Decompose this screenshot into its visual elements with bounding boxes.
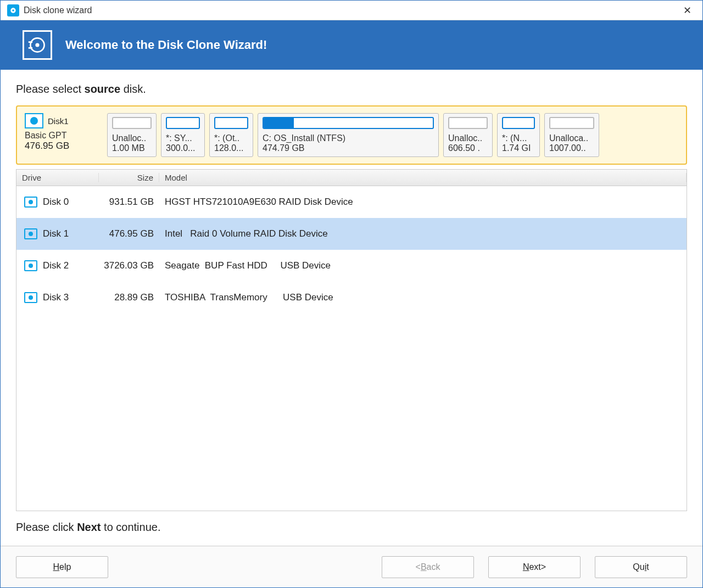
cell-size: 28.89 GB: [99, 292, 159, 303]
partition-1[interactable]: *: SY...300.0...: [161, 113, 205, 157]
partition-bar: [112, 117, 152, 129]
cell-drive: Disk 1: [41, 228, 99, 239]
table-row[interactable]: Disk 328.89 GBTOSHIBA TransMemory USB De…: [16, 282, 687, 313]
disk-wizard-icon: [23, 30, 52, 60]
table-body: Disk 0931.51 GBHGST HTS721010A9E630 RAID…: [16, 186, 687, 511]
titlebar: Disk clone wizard ✕: [1, 1, 702, 20]
cell-drive: Disk 0: [41, 197, 99, 208]
col-drive[interactable]: Drive: [16, 173, 99, 182]
footer-hint: Please click Next to continue.: [16, 511, 687, 546]
partitions-container: Unalloc..1.00 MB*: SY...300.0...*: (Ot..…: [107, 113, 678, 157]
partition-label: Unalloc..: [112, 133, 152, 143]
instruction-bold: source: [85, 83, 121, 95]
partition-3[interactable]: C: OS_Install (NTFS)474.79 GB: [258, 113, 439, 157]
partition-4[interactable]: Unalloc..606.50 .: [443, 113, 493, 157]
instruction-text: Please select source disk.: [16, 83, 687, 96]
cell-drive: Disk 2: [41, 260, 99, 271]
hint-prefix: Please click: [16, 521, 77, 533]
app-window: Disk clone wizard ✕ Welcome to the Disk …: [0, 0, 703, 588]
cell-model: Intel Raid 0 Volume RAID Disk Device: [159, 228, 682, 239]
svg-point-3: [35, 43, 39, 47]
help-button[interactable]: Help: [16, 556, 108, 578]
partition-size: 128.0...: [214, 143, 248, 153]
partition-0[interactable]: Unalloc..1.00 MB: [107, 113, 157, 157]
disk-info-head: Disk1: [25, 113, 98, 128]
partition-size: 606.50 .: [448, 143, 488, 153]
cell-size: 476.95 GB: [99, 228, 159, 239]
app-icon: [7, 4, 19, 16]
disk-icon: [25, 113, 43, 128]
partition-bar: [549, 117, 594, 129]
back-button[interactable]: <Back: [382, 556, 474, 578]
svg-point-1: [12, 9, 14, 12]
partition-bar: [263, 117, 434, 129]
cell-size: 3726.03 GB: [99, 260, 159, 271]
cell-drive: Disk 3: [41, 292, 99, 303]
table-row[interactable]: Disk 23726.03 GBSeagate BUP Fast HDD USB…: [16, 250, 687, 282]
hint-bold: Next: [77, 521, 101, 533]
partition-label: C: OS_Install (NTFS): [263, 133, 434, 143]
disk-table: Drive Size Model Disk 0931.51 GBHGST HTS…: [16, 169, 687, 511]
button-bar: Help <Back Next> Quit: [1, 546, 702, 587]
cell-model: TOSHIBA TransMemory USB Device: [159, 292, 682, 303]
table-row[interactable]: Disk 0931.51 GBHGST HTS721010A9E630 RAID…: [16, 186, 687, 218]
banner-title: Welcome to the Disk Clone Wizard!: [65, 38, 267, 52]
instruction-prefix: Please select: [16, 83, 85, 95]
partition-size: 474.79 GB: [263, 143, 434, 153]
disk-name: Disk1: [48, 116, 69, 126]
disk-type: Basic GPT: [25, 131, 98, 141]
cell-model: Seagate BUP Fast HDD USB Device: [159, 260, 682, 271]
partition-bar: [448, 117, 488, 129]
table-row[interactable]: Disk 1476.95 GBIntel Raid 0 Volume RAID …: [16, 218, 687, 250]
disk-total-size: 476.95 GB: [25, 141, 98, 152]
disk-layout-panel: Disk1 Basic GPT 476.95 GB Unalloc..1.00 …: [16, 105, 687, 165]
partition-size: 1.00 MB: [112, 143, 152, 153]
disk-row-icon: [21, 260, 41, 271]
col-model[interactable]: Model: [159, 173, 687, 182]
partition-2[interactable]: *: (Ot..128.0...: [209, 113, 253, 157]
titlebar-left: Disk clone wizard: [7, 4, 92, 16]
cell-model: HGST HTS721010A9E630 RAID Disk Device: [159, 197, 682, 208]
partition-label: *: (Ot..: [214, 133, 248, 143]
disk-info: Disk1 Basic GPT 476.95 GB: [25, 113, 102, 157]
quit-button[interactable]: Quit: [595, 556, 687, 578]
partition-size: 1.74 GI: [502, 143, 535, 153]
next-button[interactable]: Next>: [488, 556, 581, 578]
instruction-suffix: disk.: [120, 83, 146, 95]
partition-label: *: SY...: [166, 133, 200, 143]
disk-row-icon: [21, 292, 41, 303]
content-area: Please select source disk. Disk1 Basic G…: [1, 70, 702, 546]
hint-suffix: to continue.: [101, 521, 161, 533]
close-button[interactable]: ✕: [679, 3, 696, 18]
window-title: Disk clone wizard: [24, 5, 92, 15]
col-size[interactable]: Size: [99, 173, 159, 182]
partition-5[interactable]: *: (N...1.74 GI: [497, 113, 540, 157]
partition-label: Unalloc..: [448, 133, 488, 143]
partition-label: Unalloca..: [549, 133, 594, 143]
partition-bar: [502, 117, 535, 129]
disk-row-icon: [21, 228, 41, 239]
disk-row-icon: [21, 197, 41, 208]
partition-label: *: (N...: [502, 133, 535, 143]
partition-size: 300.0...: [166, 143, 200, 153]
partition-size: 1007.00..: [549, 143, 594, 153]
partition-bar: [166, 117, 200, 129]
table-header: Drive Size Model: [16, 170, 687, 186]
partition-bar: [214, 117, 248, 129]
wizard-banner: Welcome to the Disk Clone Wizard!: [1, 20, 702, 70]
cell-size: 931.51 GB: [99, 197, 159, 208]
partition-6[interactable]: Unalloca..1007.00..: [544, 113, 599, 157]
